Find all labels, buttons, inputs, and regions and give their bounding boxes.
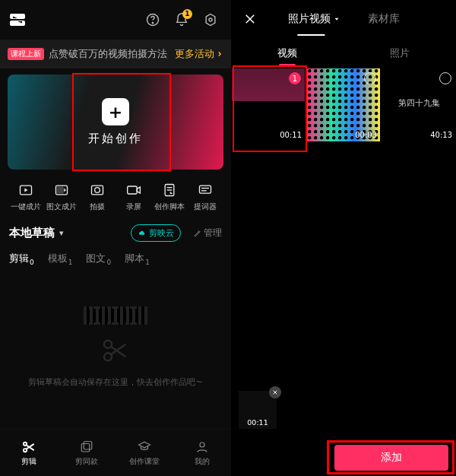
- chevron-down-icon: [333, 15, 340, 23]
- tool-auto-edit[interactable]: 一键成片: [9, 182, 43, 212]
- svg-rect-0: [10, 14, 25, 19]
- thumb-duration: 00:03: [355, 131, 377, 139]
- empty-text: 剪辑草稿会自动保存在这里，快去创作作品吧~: [28, 376, 202, 388]
- media-picker: 照片视频 素材库 视频 照片 1 00:11 00:03 第四十九集 40:13: [231, 0, 456, 476]
- svg-point-22: [104, 341, 112, 348]
- teleprompt-icon: [196, 182, 214, 198]
- play-outline-icon: [17, 182, 35, 198]
- promo-bar[interactable]: 课程上新 点赞破百万的视频拍摄方法 更多活动: [0, 40, 231, 68]
- hero-section: + 开始创作: [0, 68, 231, 176]
- tab-text[interactable]: 图文0: [86, 252, 111, 266]
- svg-point-13: [95, 188, 100, 193]
- thumb-duration: 00:11: [280, 131, 302, 139]
- drafts-title[interactable]: 本地草稿: [9, 226, 55, 240]
- top-tabs: 照片视频 素材库: [263, 8, 424, 30]
- film-ghost-icon: [84, 306, 147, 325]
- sub-tabs: 视频 照片: [231, 38, 456, 68]
- text-frame-icon: [52, 182, 71, 198]
- editor-home: 1 课程上新 点赞破百万的视频拍摄方法 更多活动 + 开始创作 一键成片 图文成…: [0, 0, 231, 476]
- tool-text-to-video[interactable]: 图文成片: [45, 182, 78, 212]
- screen-record-icon: [125, 182, 143, 198]
- start-create-card[interactable]: + 开始创作: [8, 75, 223, 170]
- tool-script[interactable]: 创作脚本: [153, 182, 186, 212]
- nav-templates[interactable]: 剪同款: [58, 430, 116, 476]
- select-indicator[interactable]: 1: [289, 72, 301, 84]
- svg-marker-31: [334, 18, 338, 21]
- svg-marker-8: [24, 189, 27, 192]
- plus-icon: +: [102, 98, 129, 125]
- svg-point-24: [24, 442, 27, 445]
- svg-point-28: [200, 443, 204, 447]
- select-indicator[interactable]: [439, 72, 451, 84]
- selection-tray: 00:11: [231, 389, 456, 438]
- thumb-item[interactable]: 00:03: [307, 68, 380, 141]
- chip-duration: 00:11: [239, 418, 277, 427]
- tool-row: 一键成片 图文成片 拍摄 录屏 创作脚本 提词器: [0, 176, 231, 214]
- svg-rect-10: [58, 187, 64, 193]
- tab-clip[interactable]: 剪辑0: [9, 252, 34, 266]
- svg-marker-18: [170, 192, 173, 194]
- gallery: 1 00:11 00:03 第四十九集 40:13: [231, 68, 456, 141]
- empty-state: 剪辑草稿会自动保存在这里，快去创作作品吧~: [0, 266, 231, 430]
- tool-teleprompter[interactable]: 提词器: [188, 182, 222, 212]
- bell-badge: 1: [182, 9, 192, 19]
- tray-chip[interactable]: 00:11: [239, 391, 277, 429]
- thumb-item[interactable]: 第四十九集 40:13: [382, 68, 455, 141]
- select-indicator[interactable]: [364, 72, 376, 84]
- bell-icon[interactable]: 1: [169, 7, 195, 33]
- nav-profile[interactable]: 我的: [173, 430, 231, 476]
- thumb-item[interactable]: 1 00:11: [232, 68, 305, 141]
- svg-rect-19: [199, 186, 211, 193]
- picker-header: 照片视频 素材库: [231, 0, 456, 38]
- svg-rect-14: [127, 186, 137, 194]
- svg-point-25: [24, 449, 27, 452]
- chip-remove-icon[interactable]: [269, 386, 281, 398]
- subtab-photo[interactable]: 照片: [344, 38, 456, 68]
- add-bar: 添加: [231, 440, 456, 476]
- tool-shoot[interactable]: 拍摄: [81, 182, 114, 212]
- svg-point-5: [152, 23, 153, 24]
- tool-screen-record[interactable]: 录屏: [117, 182, 150, 212]
- svg-rect-26: [81, 443, 90, 452]
- manage-link[interactable]: 管理: [193, 227, 222, 239]
- script-icon: [160, 182, 179, 198]
- templates-icon: [78, 440, 95, 455]
- tab-template[interactable]: 模板1: [48, 252, 73, 266]
- start-create-label: 开始创作: [88, 132, 143, 146]
- nav-edit[interactable]: 剪辑: [0, 430, 58, 476]
- add-button[interactable]: 添加: [334, 445, 448, 471]
- tab-album[interactable]: 照片视频: [274, 8, 354, 30]
- drafts-header: 本地草稿 ▾ 剪映云 管理: [0, 214, 231, 242]
- nav-academy[interactable]: 创作课堂: [116, 430, 173, 476]
- svg-rect-12: [92, 186, 103, 195]
- tab-stock[interactable]: 素材库: [354, 8, 413, 30]
- close-button[interactable]: [237, 6, 263, 32]
- tab-script[interactable]: 脚本1: [125, 252, 150, 266]
- svg-rect-27: [84, 441, 92, 449]
- scissors-icon: [21, 440, 37, 455]
- promo-text: 点赞破百万的视频拍摄方法: [49, 48, 167, 61]
- draft-tabs: 剪辑0 模板1 图文0 脚本1: [0, 242, 231, 266]
- chevron-down-icon[interactable]: ▾: [59, 228, 64, 238]
- left-header: 1: [0, 0, 231, 40]
- capcut-logo: [8, 10, 27, 30]
- profile-icon: [194, 440, 211, 455]
- scissors-ghost-icon: [97, 335, 135, 366]
- gear-icon[interactable]: [198, 7, 223, 33]
- camera-icon: [88, 182, 106, 198]
- promo-tag: 课程上新: [8, 48, 44, 60]
- bottom-nav: 剪辑 剪同款 创作课堂 我的: [0, 429, 231, 476]
- promo-more-link[interactable]: 更多活动: [175, 48, 223, 61]
- svg-point-23: [104, 354, 112, 361]
- svg-rect-1: [10, 21, 25, 26]
- thumb-episode-label: 第四十九集: [382, 97, 455, 109]
- svg-marker-11: [65, 189, 67, 192]
- subtab-video[interactable]: 视频: [231, 38, 344, 68]
- cloud-button[interactable]: 剪映云: [131, 224, 181, 242]
- help-icon[interactable]: [140, 7, 166, 33]
- thumb-duration: 40:13: [430, 131, 452, 139]
- academy-icon: [136, 440, 153, 455]
